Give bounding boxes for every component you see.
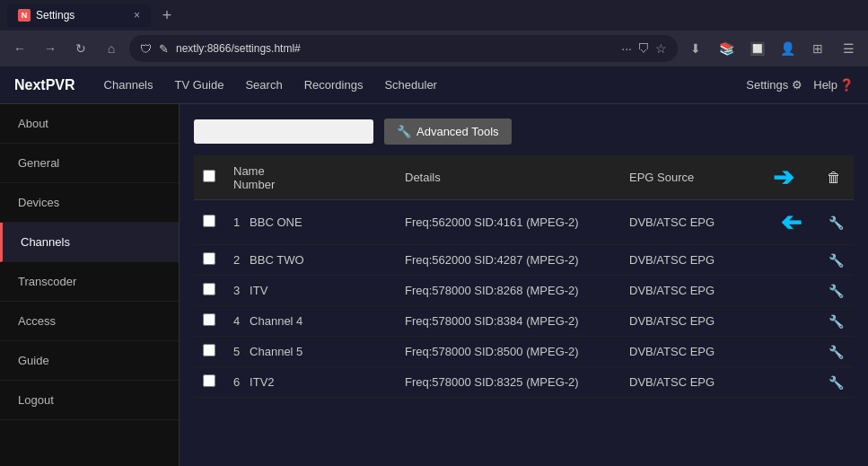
home-button[interactable]: ⌂ bbox=[99, 36, 124, 61]
tab-bar: N Settings × + bbox=[0, 0, 868, 31]
question-icon: ❓ bbox=[839, 78, 854, 92]
row-number: 6 bbox=[233, 375, 240, 389]
browser-actions: ··· ⛉ ☆ bbox=[621, 41, 667, 56]
nav-scheduler[interactable]: Scheduler bbox=[384, 75, 437, 95]
wrench-icon-3[interactable]: 🔧 bbox=[829, 314, 844, 329]
td-details: Freq:578000 SID:8268 (MPEG-2) bbox=[396, 276, 620, 306]
row-checkbox-5[interactable] bbox=[203, 374, 215, 387]
th-number-label: Number bbox=[233, 178, 275, 191]
row-checkbox-3[interactable] bbox=[203, 313, 215, 326]
nav-recordings[interactable]: Recordings bbox=[304, 75, 364, 95]
td-wrench: 🔧 bbox=[818, 276, 854, 306]
wrench-icon-4[interactable]: 🔧 bbox=[829, 345, 844, 359]
sidebar-item-channels[interactable]: Channels bbox=[0, 223, 179, 262]
arrow-left-icon: ➔ bbox=[781, 207, 802, 237]
td-checkbox bbox=[194, 245, 224, 276]
td-epg: DVB/ATSC EPG bbox=[620, 337, 764, 367]
wrench-icon-5[interactable]: 🔧 bbox=[829, 375, 844, 390]
td-name-num: 5 Channel 5 bbox=[224, 337, 396, 367]
td-wrench: 🔧 bbox=[818, 245, 854, 276]
table-row: 4 Channel 4 Freq:578000 SID:8384 (MPEG-2… bbox=[194, 306, 854, 337]
more-icon[interactable]: ··· bbox=[621, 41, 632, 56]
sidebar-item-general[interactable]: General bbox=[0, 144, 179, 183]
tab-favicon: N bbox=[18, 9, 31, 22]
td-arrow-empty bbox=[764, 367, 818, 398]
td-wrench: 🔧 bbox=[818, 200, 854, 245]
download-icon[interactable]: ⬇ bbox=[683, 36, 708, 61]
grid-icon[interactable]: ⊞ bbox=[805, 36, 830, 61]
star-icon[interactable]: ☆ bbox=[655, 41, 667, 56]
toolbar: 🔧 Advanced Tools bbox=[194, 119, 854, 145]
td-name-num: 4 Channel 4 bbox=[224, 306, 396, 337]
url-text: nextly:8866/settings.html# bbox=[176, 42, 614, 55]
help-button[interactable]: Help ❓ bbox=[813, 78, 854, 92]
settings-button[interactable]: Settings ⚙ bbox=[746, 78, 802, 92]
active-tab[interactable]: N Settings × bbox=[7, 4, 151, 27]
sidebar-item-logout[interactable]: Logout bbox=[0, 381, 179, 420]
td-epg: DVB/ATSC EPG bbox=[620, 276, 764, 306]
th-name-number: Name Number bbox=[224, 155, 396, 200]
td-arrow-empty bbox=[764, 276, 818, 306]
td-details: Freq:578000 SID:8500 (MPEG-2) bbox=[396, 337, 620, 367]
td-name-num: 1 BBC ONE bbox=[224, 200, 396, 245]
sidebar-item-about[interactable]: About bbox=[0, 104, 179, 144]
gear-icon: ⚙ bbox=[792, 78, 802, 92]
sync-icon[interactable]: 🔲 bbox=[744, 36, 769, 61]
wrench-icon-2[interactable]: 🔧 bbox=[829, 284, 844, 298]
sidebar: About General Devices Channels Transcode… bbox=[0, 104, 180, 466]
sidebar-item-guide[interactable]: Guide bbox=[0, 341, 179, 381]
sidebar-item-devices[interactable]: Devices bbox=[0, 183, 179, 223]
search-input[interactable] bbox=[194, 119, 373, 144]
advanced-tools-button[interactable]: 🔧 Advanced Tools bbox=[384, 119, 512, 145]
row-checkbox-0[interactable] bbox=[203, 215, 215, 227]
content-area: About General Devices Channels Transcode… bbox=[0, 104, 868, 466]
browser-chrome: N Settings × + ← → ↻ ⌂ 🛡 ✎ nextly:8866/s… bbox=[0, 0, 868, 66]
td-arrow-empty bbox=[764, 245, 818, 276]
row-number: 1 bbox=[233, 215, 240, 229]
wrench-icon-1[interactable]: 🔧 bbox=[829, 253, 844, 268]
td-checkbox bbox=[194, 367, 224, 398]
new-tab-button[interactable]: + bbox=[154, 3, 180, 28]
row-name: BBC ONE bbox=[250, 215, 302, 229]
delete-all-icon[interactable]: 🗑 bbox=[827, 170, 841, 185]
sidebar-item-transcoder[interactable]: Transcoder bbox=[0, 262, 179, 302]
reload-button[interactable]: ↻ bbox=[68, 36, 93, 61]
back-button[interactable]: ← bbox=[7, 36, 32, 61]
td-arrow-empty bbox=[764, 306, 818, 337]
row-name: BBC TWO bbox=[250, 253, 303, 267]
td-wrench: 🔧 bbox=[818, 367, 854, 398]
main-content: 🔧 Advanced Tools Name Number Details bbox=[180, 104, 868, 466]
row-name: Channel 4 bbox=[250, 314, 302, 328]
sidebar-item-access[interactable]: Access bbox=[0, 302, 179, 341]
nav-tv-guide[interactable]: TV Guide bbox=[175, 75, 224, 95]
edit-icon: ✎ bbox=[159, 42, 169, 56]
wrench-icon-0[interactable]: 🔧 bbox=[829, 215, 844, 230]
th-checkbox bbox=[194, 155, 224, 200]
td-epg: DVB/ATSC EPG bbox=[620, 200, 764, 245]
th-arrow: ➔ bbox=[764, 155, 818, 200]
bookmark-icon[interactable]: ⛉ bbox=[637, 41, 650, 56]
forward-button[interactable]: → bbox=[38, 36, 63, 61]
row-checkbox-2[interactable] bbox=[203, 283, 215, 295]
row-checkbox-4[interactable] bbox=[203, 344, 215, 356]
select-all-checkbox[interactable] bbox=[203, 170, 215, 182]
row-number: 5 bbox=[233, 345, 240, 358]
menu-icon[interactable]: ☰ bbox=[836, 36, 861, 61]
row-number: 3 bbox=[233, 284, 240, 297]
th-epg: EPG Source bbox=[620, 155, 764, 200]
row-checkbox-1[interactable] bbox=[203, 252, 215, 265]
td-checkbox bbox=[194, 306, 224, 337]
profile-icon[interactable]: 👤 bbox=[775, 36, 800, 61]
wrench-icon: 🔧 bbox=[397, 125, 411, 138]
tab-close-button[interactable]: × bbox=[134, 9, 140, 22]
address-bar[interactable]: 🛡 ✎ nextly:8866/settings.html# ··· ⛉ ☆ bbox=[129, 35, 678, 62]
row-number: 2 bbox=[233, 253, 240, 267]
library-icon[interactable]: 📚 bbox=[714, 36, 739, 61]
topnav-right: Settings ⚙ Help ❓ bbox=[746, 78, 854, 92]
nav-search[interactable]: Search bbox=[245, 75, 282, 95]
table-row: 3 ITV Freq:578000 SID:8268 (MPEG-2) DVB/… bbox=[194, 276, 854, 306]
nav-channels[interactable]: Channels bbox=[104, 75, 153, 95]
row-name: ITV2 bbox=[250, 375, 274, 389]
td-details: Freq:578000 SID:8325 (MPEG-2) bbox=[396, 367, 620, 398]
td-details: Freq:562000 SID:4161 (MPEG-2) bbox=[396, 200, 620, 245]
